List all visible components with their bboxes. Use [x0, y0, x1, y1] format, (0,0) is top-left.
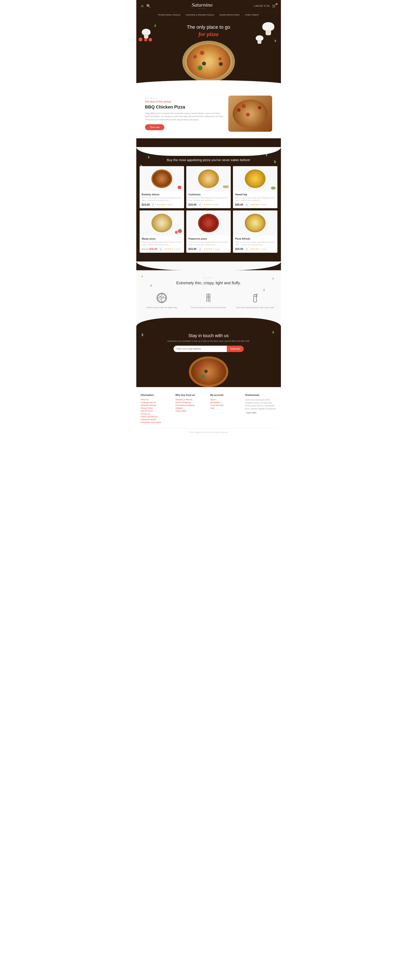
cutlery-icon — [187, 292, 230, 304]
products-section: 🍃 🍃 🍃 🍃 Buy the most appetizing pizza yo… — [136, 147, 281, 261]
review-5: 1 review — [213, 248, 220, 250]
product-price-5: $33.00 — [188, 247, 197, 251]
juice-icon — [234, 292, 276, 304]
footer-col-title-2: Why buy from us — [175, 394, 207, 396]
nav-traditional[interactable]: TRADITIONAL PIZZAS — [158, 14, 180, 16]
footer-link-orders[interactable]: Orders and Returns — [141, 415, 172, 418]
svg-point-5 — [163, 296, 164, 297]
add-to-cart-3[interactable]: 🛒 — [244, 203, 249, 207]
feature-label-3: Free fresh-squeezed juices with every or… — [234, 306, 276, 309]
header-right: 1 800 597 47 99 🛒 0 — [253, 4, 276, 8]
hot-deal-desc: Tangy BBQ sauce is topped with mozzarell… — [145, 112, 224, 121]
review-4: 1 review — [174, 248, 181, 250]
product-card-3: Hawaii big Pizza is one of those things … — [233, 166, 277, 208]
newsletter-section: 🍃 🍃 Stay in touch with us Subscribe to o… — [136, 326, 281, 387]
search-icon[interactable]: 🔍 — [146, 4, 151, 8]
footer-col-information: Information About Us Customer Service Te… — [141, 394, 172, 424]
email-field[interactable] — [173, 346, 227, 352]
stars-5: ★★★★★ — [204, 248, 212, 250]
product-desc-5: Pizza is one of those things which bring… — [188, 241, 229, 246]
logo-text: Saturnino — [192, 2, 213, 8]
footer-link-wishlist[interactable]: My Wishlist — [210, 401, 242, 404]
footer-link-advanced-search[interactable]: Advanced Search — [141, 418, 172, 421]
product-image-4 — [140, 210, 184, 235]
product-image-1 — [140, 166, 184, 191]
footer-link-customer[interactable]: Customer Service — [141, 401, 172, 404]
review-1: 1 review — [166, 204, 173, 205]
cart-badge: 0 — [276, 3, 278, 5]
stars-3: ★★★★★ — [250, 204, 259, 206]
stars-1: ★★★★★ — [157, 204, 166, 206]
product-image-5 — [186, 210, 231, 235]
user-icon[interactable]: ☠ — [141, 4, 144, 8]
footer-link-help[interactable]: Help — [210, 407, 242, 409]
footer-link-search-terms[interactable]: Search Terms — [141, 410, 172, 412]
product-price-new-4: $30.00 — [149, 247, 158, 251]
nav-chefs[interactable]: CHEF'S BEST — [245, 14, 259, 16]
product-card-1: Barbeky deluxe Pizza is one of those thi… — [140, 166, 184, 208]
product-name-4: Margo pizza — [142, 237, 182, 240]
product-desc-3: Pizza is one of those things which bring… — [235, 197, 275, 201]
stars-4: ★★★★★ — [164, 248, 173, 250]
footer-link-contact[interactable]: Contact Us — [141, 413, 172, 415]
footer-link-privacy[interactable]: Privacy Policy — [141, 407, 172, 409]
footer-copyright: © 2017 Magento Demo Store. All Rights Re… — [141, 428, 277, 433]
feature-label-2: The best choice for a warm family dinner… — [187, 306, 230, 309]
product-desc-4: Pizza is one of those things which bring… — [142, 241, 182, 246]
add-to-cart-5[interactable]: 🛒 — [197, 247, 203, 251]
product-price-old-4: $32.00 — [142, 248, 148, 250]
logo: Saturnino ✦ ✦ ✦ — [192, 2, 213, 10]
feature-label-1: Perfect pizzas made the Italian way. — [141, 306, 183, 309]
add-to-cart-4[interactable]: 🛒 — [158, 247, 164, 251]
footer-link-about[interactable]: About Us — [141, 398, 172, 401]
hot-deal-section: ✦ ✦ ✦ ✦ ✦ Hot deal of this spring! BBQ C… — [136, 91, 281, 138]
product-image-3 — [233, 166, 277, 191]
product-price-6: $15.00 — [235, 247, 243, 251]
footer-link-shipping[interactable]: Shipping & Returns — [175, 398, 207, 401]
footer-link-signin[interactable]: Sign In — [210, 398, 242, 401]
hero-section: 🌿 🍃 🍃 🍃 The only place to go for pizza — [136, 18, 281, 91]
footer-link-track[interactable]: Track My Order — [210, 404, 242, 406]
cart-icon[interactable]: 🛒 0 — [272, 4, 276, 8]
add-to-cart-2[interactable]: 🛒 — [197, 203, 203, 207]
footer-link-secure[interactable]: Secure Shopping — [175, 401, 207, 404]
product-name-2: Carbonara — [188, 193, 229, 196]
product-desc-2: Pizza is one of those things which bring… — [188, 197, 229, 201]
product-name-3: Hawaii big — [235, 193, 275, 196]
product-card-4: Margo pizza Pizza is one of those things… — [140, 210, 184, 253]
footer-col-account: My account Sign In My Wishlist Track My … — [210, 394, 242, 424]
review-3: 1 review — [260, 204, 266, 205]
product-price-1: $23.00 — [142, 203, 150, 206]
products-grid: Barbeky deluxe Pizza is one of those thi… — [140, 166, 278, 253]
shop-now-button[interactable]: Shop now — [145, 124, 164, 130]
feature-juice: Free fresh-squeezed juices with every or… — [234, 292, 276, 309]
newsletter-desc: Subscribe to our newsletter to stay up t… — [141, 340, 277, 342]
product-price-3: $45.00 — [235, 203, 243, 206]
footer-link-newsletter[interactable]: Newsletter Subscription — [141, 421, 172, 423]
nav-vegetarian[interactable]: VEGETARIAN PIZZA — [220, 14, 240, 16]
feature-cutlery: The best choice for a warm family dinner… — [187, 292, 230, 309]
hero-pizza — [182, 41, 235, 83]
subscribe-button[interactable]: Subscribe — [227, 346, 244, 352]
product-name-6: Pizza Alfredo — [235, 237, 275, 240]
product-desc-1: Pizza is one of those things which bring… — [142, 197, 182, 201]
hot-deal-title: BBQ Chicken Pizza — [145, 105, 224, 110]
features-section: 🍃 🍃 🍃 🍃 ✦ ✦ ✦ ✦ ✦ Extremely thin, crispy… — [136, 270, 281, 318]
product-name-5: Pepperoni pizza — [188, 237, 229, 240]
hero-title-line1: The only place to go — [141, 24, 277, 30]
product-card-6: Pizza Alfredo Pizza is one of those thin… — [233, 210, 277, 253]
footer-link-international[interactable]: International Shipping — [175, 404, 207, 406]
add-to-cart-1[interactable]: 🛒 — [151, 203, 156, 207]
product-image-6 — [233, 210, 277, 235]
add-to-cart-6[interactable]: 🛒 — [244, 247, 249, 251]
footer-col-why: Why buy from us Shipping & Returns Secur… — [175, 394, 207, 424]
footer-link-affiliates[interactable]: Affiliates — [175, 407, 207, 409]
nav-chicken[interactable]: CHICKEN & PRAWN PIZZAS — [186, 14, 214, 16]
phone-number: 1 800 597 47 99 — [253, 5, 269, 7]
mushroom-right-big — [262, 22, 274, 35]
testimonial-author: - Taylor Miller — [245, 412, 277, 414]
main-nav: TRADITIONAL PIZZAS CHICKEN & PRAWN PIZZA… — [136, 12, 281, 18]
newsletter-form: Subscribe — [173, 346, 244, 352]
footer-link-group-sales[interactable]: Group Sales — [175, 410, 207, 412]
footer-link-template[interactable]: Template Settings — [141, 404, 172, 406]
